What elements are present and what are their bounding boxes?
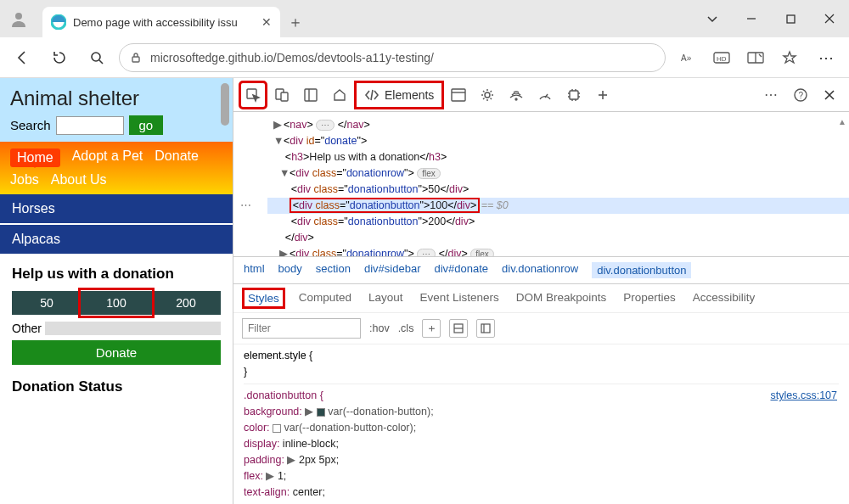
styles-tabs: Styles Computed Layout Event Listeners D… bbox=[233, 284, 849, 313]
welcome-icon[interactable] bbox=[327, 82, 352, 108]
donation-button-200[interactable]: 200 bbox=[151, 291, 221, 315]
svg-rect-20 bbox=[452, 89, 465, 101]
search-button[interactable] bbox=[82, 42, 112, 73]
hd-icon[interactable]: HD bbox=[706, 42, 737, 73]
page-viewport: Animal shelter Search go Home Adopt a Pe… bbox=[0, 78, 233, 504]
donation-button-100[interactable]: 100 bbox=[82, 291, 151, 315]
tab-dom-breakpoints[interactable]: DOM Breakpoints bbox=[516, 291, 607, 305]
page-scrollbar[interactable] bbox=[221, 80, 231, 504]
performance-icon[interactable] bbox=[532, 82, 558, 108]
back-button[interactable] bbox=[7, 42, 37, 73]
device-toggle-icon[interactable] bbox=[269, 82, 295, 108]
new-tab-button[interactable]: ＋ bbox=[280, 7, 311, 37]
source-link[interactable]: styles.css:107 bbox=[770, 388, 837, 404]
page-title: Animal shelter bbox=[10, 87, 222, 110]
svg-point-6 bbox=[92, 53, 100, 61]
donation-button-50[interactable]: 50 bbox=[12, 291, 82, 315]
devtools-close-icon[interactable] bbox=[817, 82, 842, 108]
new-style-rule-icon[interactable]: ＋ bbox=[422, 319, 441, 338]
svg-rect-8 bbox=[132, 57, 139, 62]
styles-filter-input[interactable] bbox=[242, 318, 361, 339]
go-button[interactable]: go bbox=[129, 115, 164, 135]
devtools-toolbar: Elements ⋯ ? bbox=[233, 78, 849, 112]
maximize-button[interactable] bbox=[771, 0, 810, 37]
close-button[interactable] bbox=[810, 0, 849, 37]
elements-tab[interactable]: Elements bbox=[356, 82, 442, 108]
sources-icon[interactable] bbox=[475, 82, 500, 108]
toggle-computed-icon[interactable] bbox=[476, 319, 495, 338]
dock-icon[interactable] bbox=[298, 82, 323, 108]
tab-close-icon[interactable]: ✕ bbox=[261, 15, 272, 29]
other-label: Other bbox=[12, 322, 42, 335]
profile-icon[interactable] bbox=[0, 0, 37, 37]
address-bar: microsoftedge.github.io/Demos/devtools-a… bbox=[0, 37, 849, 78]
nav-jobs[interactable]: Jobs bbox=[10, 172, 39, 188]
tab-layout[interactable]: Layout bbox=[368, 291, 403, 305]
category-item[interactable]: Alpacas bbox=[0, 225, 233, 255]
svg-point-23 bbox=[515, 98, 517, 100]
svg-rect-3 bbox=[787, 15, 795, 23]
tab-accessibility[interactable]: Accessibility bbox=[693, 291, 756, 305]
memory-icon[interactable] bbox=[561, 82, 587, 108]
tab-properties[interactable]: Properties bbox=[623, 291, 676, 305]
svg-line-7 bbox=[99, 60, 103, 64]
devtools-more-icon[interactable]: ⋯ bbox=[759, 82, 784, 108]
nav-about[interactable]: About Us bbox=[51, 172, 107, 188]
svg-rect-34 bbox=[481, 324, 490, 333]
search-label: Search bbox=[10, 118, 51, 132]
styles-pane[interactable]: element.style { } styles.css:107 .donati… bbox=[233, 344, 849, 504]
svg-point-22 bbox=[485, 92, 490, 98]
nav-donate[interactable]: Donate bbox=[155, 148, 199, 167]
minimize-button[interactable] bbox=[732, 0, 771, 37]
tab-title: Demo page with accessibility issu bbox=[73, 16, 255, 29]
titlebar: Demo page with accessibility issu ✕ ＋ bbox=[0, 0, 849, 37]
reader-icon[interactable] bbox=[740, 42, 771, 73]
devtools-panel: Elements ⋯ ? ▲ ▶<nav> ⋯ </nav> ▼<div id=… bbox=[233, 78, 849, 504]
category-item[interactable]: Horses bbox=[0, 194, 233, 225]
svg-rect-18 bbox=[305, 89, 317, 101]
tab-computed[interactable]: Computed bbox=[299, 291, 351, 305]
dom-breadcrumb[interactable]: html body section div#sidebar div#donate… bbox=[233, 256, 849, 284]
favorite-icon[interactable] bbox=[774, 42, 805, 73]
svg-text:A»: A» bbox=[681, 53, 692, 63]
inspect-element-icon[interactable] bbox=[240, 82, 266, 108]
lock-icon bbox=[130, 52, 142, 64]
network-icon[interactable] bbox=[503, 82, 529, 108]
nav-home[interactable]: Home bbox=[10, 148, 60, 167]
cls-toggle[interactable]: .cls bbox=[398, 322, 414, 334]
console-icon[interactable] bbox=[446, 82, 471, 108]
more-tabs-icon[interactable] bbox=[590, 82, 616, 108]
svg-text:?: ? bbox=[799, 91, 804, 100]
status-heading: Donation Status bbox=[0, 375, 233, 395]
help-icon[interactable]: ? bbox=[788, 82, 813, 108]
refresh-button[interactable] bbox=[44, 42, 75, 73]
read-aloud-icon[interactable]: A» bbox=[672, 42, 703, 73]
chevron-down-icon[interactable] bbox=[693, 0, 732, 37]
more-icon[interactable]: ⋯ bbox=[812, 42, 842, 73]
donation-row: 50 100 200 bbox=[12, 291, 221, 315]
styles-filter-row: :hov .cls ＋ bbox=[233, 313, 849, 344]
other-input[interactable] bbox=[45, 322, 221, 335]
svg-rect-25 bbox=[570, 91, 578, 99]
tab-styles[interactable]: Styles bbox=[245, 291, 282, 305]
url-text: microsoftedge.github.io/Demos/devtools-a… bbox=[150, 51, 434, 64]
svg-rect-17 bbox=[281, 92, 288, 101]
donate-button[interactable]: Donate bbox=[12, 340, 221, 365]
tab-event-listeners[interactable]: Event Listeners bbox=[420, 291, 499, 305]
url-field[interactable]: microsoftedge.github.io/Demos/devtools-a… bbox=[119, 43, 666, 72]
hov-toggle[interactable]: :hov bbox=[369, 322, 390, 334]
nav-adopt[interactable]: Adopt a Pet bbox=[72, 148, 143, 167]
search-input[interactable] bbox=[56, 116, 124, 135]
main-nav: Home Adopt a Pet Donate Jobs About Us bbox=[0, 142, 233, 194]
svg-text:HD: HD bbox=[717, 55, 727, 63]
edge-favicon bbox=[51, 14, 66, 30]
svg-point-0 bbox=[15, 13, 22, 20]
svg-line-14 bbox=[759, 54, 762, 57]
flex-editor-icon[interactable] bbox=[449, 319, 468, 338]
dom-tree[interactable]: ▶<nav> ⋯ </nav> ▼<div id="donate"> <h3>H… bbox=[233, 112, 849, 256]
browser-tab[interactable]: Demo page with accessibility issu ✕ bbox=[42, 7, 280, 37]
donation-heading: Help us with a donation bbox=[12, 266, 221, 283]
